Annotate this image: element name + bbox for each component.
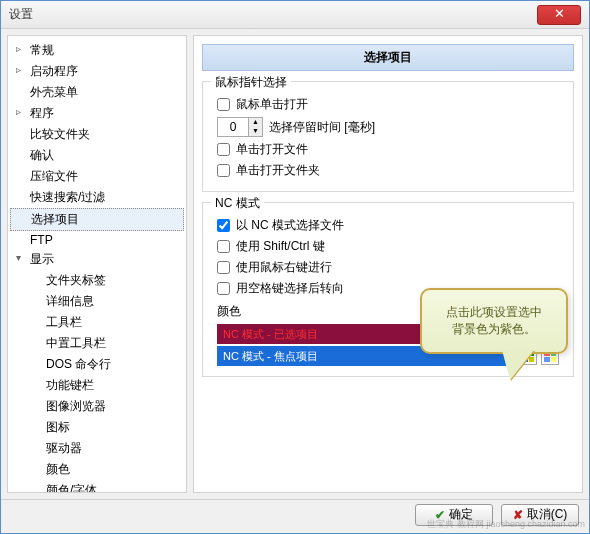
settings-window: 设置 ✕ ▹常规▹启动程序外壳菜单▹程序比较文件夹确认压缩文件快速搜索/过滤选择… [0, 0, 590, 534]
tree-item[interactable]: FTP [10, 231, 184, 249]
tree-item[interactable]: 快速搜索/过滤 [10, 187, 184, 208]
label: 使用鼠标右键进行 [236, 259, 332, 276]
tree-label: 显示 [30, 252, 54, 266]
group-title: 鼠标指针选择 [211, 74, 291, 91]
tree-item[interactable]: 工具栏 [10, 312, 184, 333]
tree-label: 颜色/字体 [46, 483, 97, 493]
section-title: 选择项目 [202, 44, 574, 71]
chk-click-open-file[interactable] [217, 143, 230, 156]
expand-icon[interactable]: ▹ [16, 106, 21, 117]
tree-label: 中置工具栏 [46, 336, 106, 350]
tree-label: 快速搜索/过滤 [30, 190, 105, 204]
group-title: NC 模式 [211, 195, 264, 212]
spin-down-icon[interactable]: ▼ [248, 127, 262, 136]
group-mouse-select: 鼠标指针选择 鼠标单击打开 ▲▼ 选择停留时间 [毫秒] 单击打开文件 [202, 81, 574, 192]
tree-item[interactable]: 驱动器 [10, 438, 184, 459]
dwell-spinner[interactable]: ▲▼ [217, 117, 263, 137]
main-panel: 选择项目 鼠标指针选择 鼠标单击打开 ▲▼ 选择停留时间 [毫秒] 单击打开文件 [193, 35, 583, 493]
tree-label: 颜色 [46, 462, 70, 476]
tree-item[interactable]: 选择项目 [10, 208, 184, 231]
tree-item[interactable]: 外壳菜单 [10, 82, 184, 103]
tree-item[interactable]: 图像浏览器 [10, 396, 184, 417]
close-button[interactable]: ✕ [537, 5, 581, 25]
tree-item[interactable]: 比较文件夹 [10, 124, 184, 145]
label: 使用 Shift/Ctrl 键 [236, 238, 325, 255]
chk-nc-mode-select[interactable] [217, 219, 230, 232]
label: 单击打开文件 [236, 141, 308, 158]
nav-tree[interactable]: ▹常规▹启动程序外壳菜单▹程序比较文件夹确认压缩文件快速搜索/过滤选择项目FTP… [7, 35, 187, 493]
chk-single-click-open[interactable] [217, 98, 230, 111]
expand-icon[interactable]: ▹ [16, 64, 21, 75]
watermark: 世宝典 教程网 jiaocheng.chazidian.com [427, 518, 585, 531]
label: 选择停留时间 [毫秒] [269, 119, 375, 136]
tree-item[interactable]: ▹常规 [10, 40, 184, 61]
label: 单击打开文件夹 [236, 162, 320, 179]
tree-item[interactable]: 文件夹标签 [10, 270, 184, 291]
tree-label: 常规 [30, 43, 54, 57]
tree-item[interactable]: 详细信息 [10, 291, 184, 312]
tree-label: 程序 [30, 106, 54, 120]
tree-label: 图标 [46, 420, 70, 434]
callout-tail-icon [502, 350, 534, 380]
tree-label: 详细信息 [46, 294, 94, 308]
tree-label: 启动程序 [30, 64, 78, 78]
tree-item[interactable]: DOS 命令行 [10, 354, 184, 375]
tree-item[interactable]: ▹启动程序 [10, 61, 184, 82]
chk-shift-ctrl[interactable] [217, 240, 230, 253]
chk-click-open-folder[interactable] [217, 164, 230, 177]
tree-label: 文件夹标签 [46, 273, 106, 287]
label: 用空格键选择后转向 [236, 280, 344, 297]
tree-label: 压缩文件 [30, 169, 78, 183]
label: 以 NC 模式选择文件 [236, 217, 344, 234]
tree-item[interactable]: ▾显示 [10, 249, 184, 270]
label: 鼠标单击打开 [236, 96, 308, 113]
tree-label: 驱动器 [46, 441, 82, 455]
tree-item[interactable]: 图标 [10, 417, 184, 438]
tree-item[interactable]: ▹程序 [10, 103, 184, 124]
tree-item[interactable]: 功能键栏 [10, 375, 184, 396]
tree-label: 确认 [30, 148, 54, 162]
tree-label: FTP [30, 233, 53, 247]
tree-label: 选择项目 [31, 212, 79, 226]
callout-text: 点击此项设置选中 [432, 304, 556, 321]
tree-item[interactable]: 中置工具栏 [10, 333, 184, 354]
window-title: 设置 [9, 6, 537, 23]
chk-right-click[interactable] [217, 261, 230, 274]
tree-item[interactable]: 压缩文件 [10, 166, 184, 187]
tree-label: 功能键栏 [46, 378, 94, 392]
help-callout: 点击此项设置选中 背景色为紫色。 [420, 288, 568, 354]
expand-icon[interactable]: ▾ [16, 252, 21, 263]
titlebar[interactable]: 设置 ✕ [1, 1, 589, 29]
tree-label: 工具栏 [46, 315, 82, 329]
tree-label: 外壳菜单 [30, 85, 78, 99]
expand-icon[interactable]: ▹ [16, 43, 21, 54]
dwell-input[interactable] [218, 118, 248, 136]
tree-label: 比较文件夹 [30, 127, 90, 141]
tree-item[interactable]: 颜色 [10, 459, 184, 480]
callout-text: 背景色为紫色。 [432, 321, 556, 338]
chk-space-select[interactable] [217, 282, 230, 295]
tree-label: 图像浏览器 [46, 399, 106, 413]
spin-up-icon[interactable]: ▲ [248, 118, 262, 127]
tree-item[interactable]: 确认 [10, 145, 184, 166]
tree-item[interactable]: 颜色/字体 [10, 480, 184, 493]
tree-label: DOS 命令行 [46, 357, 111, 371]
